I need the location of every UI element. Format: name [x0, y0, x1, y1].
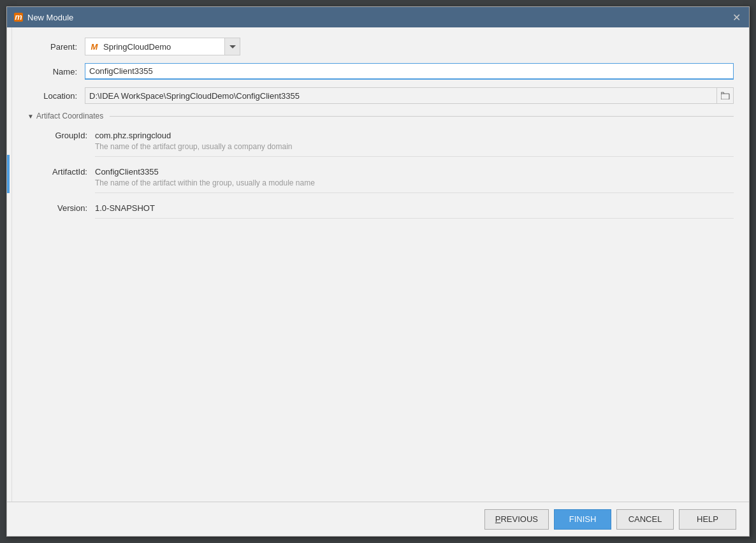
folder-icon [721, 92, 730, 99]
cancel-label: CANCEL [629, 514, 662, 524]
section-toggle-icon[interactable]: ▼ [27, 113, 34, 120]
artifactid-hint: The name of the artifact within the grou… [95, 178, 734, 187]
previous-underline-char: P [495, 514, 501, 524]
artifactid-label: ArtifactId: [38, 166, 95, 199]
location-container [85, 87, 734, 104]
title-bar: m New Module ✕ [7, 7, 749, 27]
artifactid-value: ConfigClient3355 [95, 166, 734, 178]
groupid-label: GroupId: [38, 129, 95, 163]
dialog-footer: PPREVIOUSREVIOUS FINISH CANCEL HELP [7, 502, 749, 536]
name-label: Name: [27, 67, 85, 76]
parent-dropdown-container: M SpringCloudDemo [85, 38, 734, 55]
new-module-dialog: m New Module ✕ Parent: M SpringCloudDemo [6, 6, 750, 537]
chevron-down-icon [229, 45, 236, 48]
parent-display[interactable]: M SpringCloudDemo [85, 38, 225, 55]
version-row: Version: 1.0-SNAPSHOT [38, 202, 734, 225]
name-input[interactable] [85, 63, 734, 80]
artifactid-row: ArtifactId: ConfigClient3355 The name of… [38, 166, 734, 199]
artifact-section-title: Artifact Coordinates [36, 112, 103, 120]
artifactid-field: ConfigClient3355 The name of the artifac… [95, 166, 734, 199]
location-input[interactable] [85, 87, 717, 104]
groupid-field: com.phz.springcloud The name of the arti… [95, 129, 734, 163]
groupid-hint: The name of the artifact group, usually … [95, 142, 734, 151]
version-field: 1.0-SNAPSHOT [95, 202, 734, 225]
help-button[interactable]: HELP [679, 509, 736, 530]
close-button[interactable]: ✕ [730, 11, 743, 24]
cancel-button[interactable]: CANCEL [616, 509, 674, 530]
browse-folder-button[interactable] [717, 87, 734, 104]
help-label: HELP [697, 514, 718, 524]
artifact-section-header: ▼ Artifact Coordinates [27, 112, 734, 120]
parent-field: M SpringCloudDemo [85, 38, 734, 55]
parent-value: SpringCloudDemo [103, 42, 171, 52]
title-bar-left: m New Module [13, 12, 73, 22]
finish-label: FINISH [569, 514, 597, 524]
location-row: Location: [27, 87, 734, 104]
groupid-value: com.phz.springcloud [95, 129, 734, 141]
name-row: Name: [27, 63, 734, 80]
groupid-divider [95, 156, 734, 157]
svg-text:m: m [15, 12, 22, 22]
previous-label: PPREVIOUSREVIOUS [495, 514, 538, 524]
sidebar-indicator [7, 155, 10, 193]
left-sidebar [7, 27, 12, 502]
finish-button[interactable]: FINISH [554, 509, 611, 530]
artifact-section-content: GroupId: com.phz.springcloud The name of… [38, 129, 734, 225]
maven-icon: M [89, 41, 99, 52]
version-label: Version: [38, 202, 95, 225]
parent-dropdown-button[interactable] [225, 38, 240, 55]
previous-button[interactable]: PPREVIOUSREVIOUS [484, 509, 549, 530]
groupid-row: GroupId: com.phz.springcloud The name of… [38, 129, 734, 163]
dialog-content: Parent: M SpringCloudDemo Name: [7, 27, 749, 502]
dialog-icon: m [13, 12, 24, 22]
section-divider [110, 116, 734, 117]
parent-label: Parent: [27, 42, 85, 52]
version-value: 1.0-SNAPSHOT [95, 202, 734, 214]
name-field [85, 63, 734, 80]
version-divider [95, 218, 734, 219]
location-field [85, 87, 734, 104]
artifactid-divider [95, 192, 734, 193]
parent-row: Parent: M SpringCloudDemo [27, 38, 734, 55]
dialog-title: New Module [27, 13, 73, 22]
location-label: Location: [27, 91, 85, 101]
svg-rect-2 [721, 94, 729, 99]
